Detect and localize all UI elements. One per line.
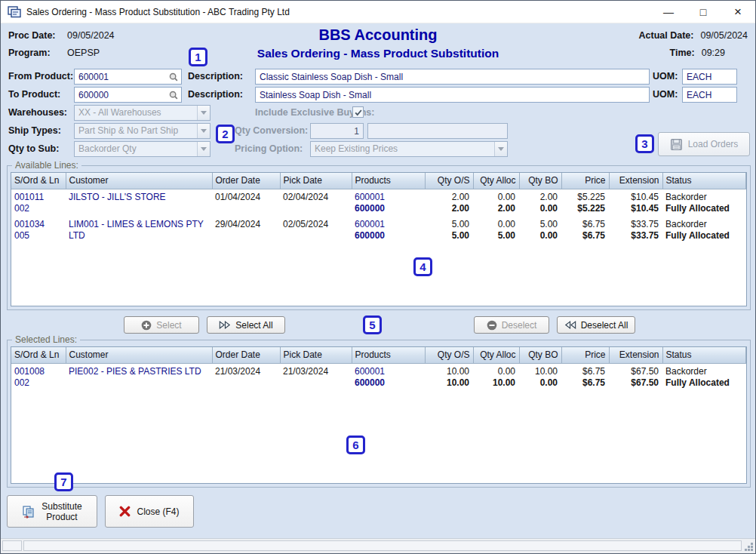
column-header: Order Date [212, 347, 280, 363]
close-label: Close (F4) [137, 506, 179, 517]
search-icon[interactable] [167, 89, 180, 101]
maximize-button[interactable]: □ [686, 1, 721, 23]
cell-line: Fully Allocated [665, 203, 743, 214]
table-row[interactable]: 001008002PIE002 - PIES & PASTRIES LTD21/… [11, 363, 746, 391]
qty-conversion-label: Qty Conversion: [235, 125, 308, 136]
chevron-down-icon [197, 106, 210, 120]
description-2-label: Description: [188, 89, 243, 100]
cell-line: 5.00 [476, 230, 515, 242]
description-1-input[interactable] [256, 69, 649, 84]
cell-line: 0.00 [476, 366, 515, 377]
column-header: Extension [609, 347, 662, 363]
selected-lines-list: S/Ord & Ln Customer Order Date Pick Date… [11, 346, 747, 484]
app-icon [8, 6, 21, 18]
callout-2: 2 [216, 125, 235, 143]
uom-1-label: UOM: [653, 71, 678, 82]
actual-date-value: 09/05/2024 [700, 30, 748, 41]
selected-lines-label: Selected Lines: [12, 334, 80, 345]
cell-line: 5.00 [428, 230, 469, 242]
qty-to-sub-select[interactable]: Backorder Qty [74, 141, 211, 157]
load-orders-button[interactable]: Load Orders [658, 132, 750, 156]
cell-line: $10.45 [612, 203, 659, 214]
search-icon[interactable] [167, 71, 180, 83]
status-bar [1, 538, 755, 553]
cell-line: 10.00 [522, 366, 558, 377]
cell-line: 2.00 [428, 203, 469, 214]
cell-line: $6.75 [564, 219, 605, 230]
cell-line: 01/04/2024 [215, 192, 277, 203]
qty-conversion-input-2[interactable] [368, 124, 507, 138]
uom-2-label: UOM: [653, 89, 678, 100]
close-window-button[interactable]: × [721, 1, 755, 23]
description-1-field [255, 69, 650, 85]
uom-2-input[interactable] [683, 88, 736, 102]
description-2-input[interactable] [256, 88, 649, 102]
pricing-option-select[interactable]: Keep Existing Prices [310, 141, 508, 157]
chevron-down-icon [494, 142, 507, 156]
window-title: Sales Ordering - Mass Product Substituti… [26, 7, 290, 17]
select-label: Select [156, 320, 181, 331]
cell-line: Backorder [665, 366, 743, 377]
cell-line: 0.00 [476, 219, 515, 230]
table-row[interactable]: 001011002JILSTO - JILL'S STORE01/04/2024… [11, 189, 746, 217]
column-header: Extension [609, 173, 662, 189]
select-all-label: Select All [235, 320, 272, 331]
qty-to-sub-value: Backorder Qty [75, 142, 197, 156]
table-row[interactable]: 001034005LIM001 - LIMES & LEMONS PTY LTD… [11, 217, 746, 244]
actual-date-label: Actual Date: [639, 30, 694, 41]
cell-line: $6.75 [564, 230, 605, 242]
column-header: Products [352, 347, 425, 363]
cell-line: $33.75 [612, 219, 659, 230]
cell-line: 21/03/2024 [283, 366, 349, 377]
from-product-field [74, 69, 182, 85]
from-product-label: From Product: [8, 71, 73, 82]
column-header: S/Ord & Ln [11, 347, 66, 363]
close-f4-button[interactable]: Close (F4) [105, 495, 194, 528]
minimize-button[interactable]: — [651, 1, 686, 23]
from-product-input[interactable] [75, 69, 181, 84]
deselect-button[interactable]: Deselect [474, 316, 549, 334]
column-header: Order Date [212, 173, 280, 189]
cell-line: 10.00 [428, 377, 469, 389]
cell-line: $6.75 [564, 377, 605, 389]
select-button[interactable]: Select [124, 316, 199, 334]
status-panel [23, 540, 742, 551]
cell-line: $67.50 [612, 366, 659, 377]
cell-line: 0.00 [522, 230, 558, 242]
plus-circle-icon [141, 320, 152, 331]
description-2-field [255, 87, 650, 103]
substitute-product-button[interactable]: Substitute Product [7, 495, 97, 528]
available-lines-label: Available Lines: [12, 160, 81, 171]
save-icon [670, 138, 683, 151]
cell-line: $5.225 [564, 192, 605, 203]
select-all-button[interactable]: Select All [207, 316, 285, 334]
to-product-input[interactable] [75, 88, 181, 102]
deselect-label: Deselect [502, 320, 537, 331]
include-exclusive-checkbox[interactable] [352, 106, 364, 118]
cell-line: $6.75 [564, 366, 605, 377]
deselect-all-button[interactable]: Deselect All [557, 316, 635, 334]
status-cell [2, 540, 22, 551]
pricing-option-label: Pricing Option: [235, 143, 303, 154]
substitute-icon [22, 505, 35, 519]
column-header: Price [561, 347, 609, 363]
warehouses-label: Warehouses: [8, 107, 67, 118]
column-header: Price [561, 173, 609, 189]
qty-to-sub-label: Qty to Sub: [8, 143, 59, 154]
uom-1-input[interactable] [683, 69, 736, 84]
qty-conversion-input[interactable] [311, 124, 363, 138]
warehouses-value: XX - All Warehouses [75, 106, 197, 120]
cell-line: 02/04/2024 [283, 192, 349, 203]
actual-date-row: Actual Date: 09/05/2024 [639, 30, 748, 41]
ship-types-select[interactable]: Part Ship & No Part Ship [74, 123, 211, 139]
warehouses-select[interactable]: XX - All Warehouses [74, 105, 211, 121]
cell-line: 0.00 [522, 203, 558, 214]
callout-4: 4 [413, 257, 432, 276]
cell-line: 5.00 [522, 219, 558, 230]
cell-line: 600000 [355, 377, 422, 389]
column-header: Status [662, 347, 746, 363]
ship-types-value: Part Ship & No Part Ship [75, 124, 197, 138]
cell-line: Backorder [665, 192, 743, 203]
resize-grip[interactable] [744, 542, 754, 552]
cell-line: 002 [14, 377, 63, 389]
